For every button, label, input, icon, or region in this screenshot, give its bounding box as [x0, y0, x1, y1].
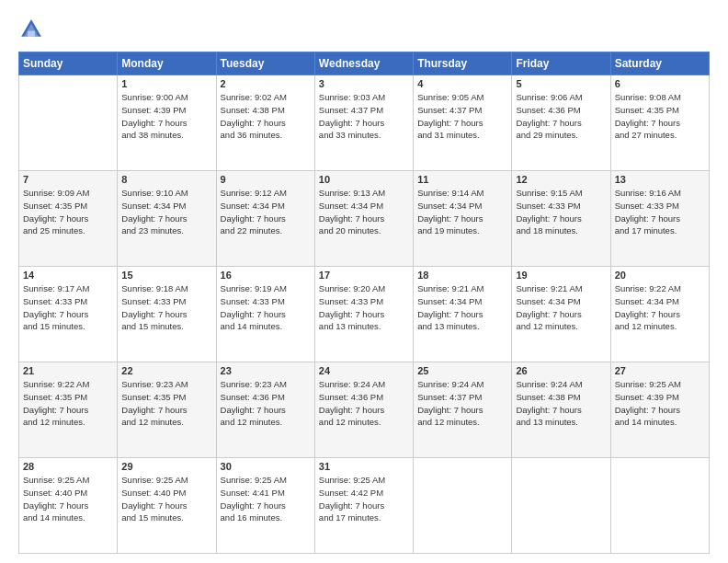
logo — [18, 17, 48, 42]
weekday-header-thursday: Thursday — [414, 52, 512, 75]
day-number: 2 — [221, 78, 311, 89]
calendar-week-4: 21Sunrise: 9:22 AM Sunset: 4:35 PM Dayli… — [19, 362, 710, 458]
day-number: 10 — [319, 174, 409, 185]
day-number: 17 — [319, 270, 409, 281]
day-info: Sunrise: 9:18 AM Sunset: 4:33 PM Dayligh… — [121, 282, 211, 333]
calendar-cell: 21Sunrise: 9:22 AM Sunset: 4:35 PM Dayli… — [19, 362, 118, 458]
day-info: Sunrise: 9:22 AM Sunset: 4:34 PM Dayligh… — [615, 282, 705, 333]
weekday-header-friday: Friday — [512, 52, 610, 75]
day-number: 24 — [319, 365, 409, 376]
calendar-week-3: 14Sunrise: 9:17 AM Sunset: 4:33 PM Dayli… — [19, 267, 710, 362]
day-number: 9 — [221, 174, 311, 185]
day-number: 5 — [516, 78, 606, 89]
calendar-cell — [512, 458, 610, 554]
day-number: 14 — [23, 270, 113, 281]
day-number: 26 — [516, 365, 606, 376]
calendar-table: SundayMondayTuesdayWednesdayThursdayFrid… — [18, 52, 710, 554]
day-number: 8 — [121, 174, 211, 185]
calendar-cell: 6Sunrise: 9:08 AM Sunset: 4:35 PM Daylig… — [610, 75, 709, 171]
calendar-cell — [414, 458, 512, 554]
day-number: 13 — [615, 174, 705, 185]
day-info: Sunrise: 9:17 AM Sunset: 4:33 PM Dayligh… — [23, 282, 113, 333]
calendar-cell: 17Sunrise: 9:20 AM Sunset: 4:33 PM Dayli… — [314, 267, 413, 362]
calendar-cell: 29Sunrise: 9:25 AM Sunset: 4:40 PM Dayli… — [118, 458, 216, 554]
weekday-header-row: SundayMondayTuesdayWednesdayThursdayFrid… — [19, 52, 710, 75]
day-number: 11 — [417, 174, 507, 185]
day-info: Sunrise: 9:25 AM Sunset: 4:40 PM Dayligh… — [23, 474, 113, 524]
day-info: Sunrise: 9:15 AM Sunset: 4:33 PM Dayligh… — [516, 187, 606, 237]
calendar-cell: 19Sunrise: 9:21 AM Sunset: 4:34 PM Dayli… — [512, 267, 610, 362]
calendar-cell: 15Sunrise: 9:18 AM Sunset: 4:33 PM Dayli… — [118, 267, 216, 362]
day-number: 4 — [417, 78, 507, 89]
day-info: Sunrise: 9:24 AM Sunset: 4:38 PM Dayligh… — [516, 378, 606, 429]
calendar-cell: 3Sunrise: 9:03 AM Sunset: 4:37 PM Daylig… — [314, 75, 413, 171]
day-info: Sunrise: 9:24 AM Sunset: 4:37 PM Dayligh… — [417, 378, 507, 429]
calendar-cell: 23Sunrise: 9:23 AM Sunset: 4:36 PM Dayli… — [216, 362, 314, 458]
day-info: Sunrise: 9:12 AM Sunset: 4:34 PM Dayligh… — [221, 187, 311, 237]
calendar-cell: 11Sunrise: 9:14 AM Sunset: 4:34 PM Dayli… — [414, 171, 512, 267]
calendar-cell: 25Sunrise: 9:24 AM Sunset: 4:37 PM Dayli… — [414, 362, 512, 458]
calendar-cell: 1Sunrise: 9:00 AM Sunset: 4:39 PM Daylig… — [118, 75, 216, 171]
day-number: 7 — [23, 174, 113, 185]
calendar-week-5: 28Sunrise: 9:25 AM Sunset: 4:40 PM Dayli… — [19, 458, 710, 554]
day-info: Sunrise: 9:09 AM Sunset: 4:35 PM Dayligh… — [23, 187, 113, 237]
day-number: 12 — [516, 174, 606, 185]
day-info: Sunrise: 9:08 AM Sunset: 4:35 PM Dayligh… — [615, 91, 705, 142]
day-info: Sunrise: 9:25 AM Sunset: 4:40 PM Dayligh… — [121, 474, 211, 524]
day-number: 31 — [319, 461, 409, 472]
day-number: 21 — [23, 365, 113, 376]
calendar-cell: 20Sunrise: 9:22 AM Sunset: 4:34 PM Dayli… — [610, 267, 709, 362]
day-number: 28 — [23, 461, 113, 472]
calendar-week-1: 1Sunrise: 9:00 AM Sunset: 4:39 PM Daylig… — [19, 75, 710, 171]
page: SundayMondayTuesdayWednesdayThursdayFrid… — [0, 0, 728, 563]
weekday-header-sunday: Sunday — [19, 52, 118, 75]
calendar-cell: 22Sunrise: 9:23 AM Sunset: 4:35 PM Dayli… — [118, 362, 216, 458]
day-number: 22 — [121, 365, 211, 376]
day-number: 23 — [221, 365, 311, 376]
calendar-cell: 31Sunrise: 9:25 AM Sunset: 4:42 PM Dayli… — [314, 458, 413, 554]
day-info: Sunrise: 9:10 AM Sunset: 4:34 PM Dayligh… — [121, 187, 211, 237]
day-info: Sunrise: 9:23 AM Sunset: 4:35 PM Dayligh… — [121, 378, 211, 429]
calendar-cell: 2Sunrise: 9:02 AM Sunset: 4:38 PM Daylig… — [216, 75, 314, 171]
day-info: Sunrise: 9:16 AM Sunset: 4:33 PM Dayligh… — [615, 187, 705, 237]
day-number: 30 — [221, 461, 311, 472]
calendar-week-2: 7Sunrise: 9:09 AM Sunset: 4:35 PM Daylig… — [19, 171, 710, 267]
calendar-cell — [19, 75, 118, 171]
logo-icon — [18, 17, 44, 42]
day-info: Sunrise: 9:22 AM Sunset: 4:35 PM Dayligh… — [23, 378, 113, 429]
day-number: 15 — [121, 270, 211, 281]
weekday-header-wednesday: Wednesday — [314, 52, 413, 75]
calendar-cell: 28Sunrise: 9:25 AM Sunset: 4:40 PM Dayli… — [19, 458, 118, 554]
calendar-cell: 18Sunrise: 9:21 AM Sunset: 4:34 PM Dayli… — [414, 267, 512, 362]
calendar-cell: 30Sunrise: 9:25 AM Sunset: 4:41 PM Dayli… — [216, 458, 314, 554]
day-number: 6 — [615, 78, 705, 89]
day-info: Sunrise: 9:05 AM Sunset: 4:37 PM Dayligh… — [417, 91, 507, 142]
svg-rect-2 — [28, 31, 35, 37]
calendar-cell: 13Sunrise: 9:16 AM Sunset: 4:33 PM Dayli… — [610, 171, 709, 267]
calendar-cell: 16Sunrise: 9:19 AM Sunset: 4:33 PM Dayli… — [216, 267, 314, 362]
calendar-cell: 26Sunrise: 9:24 AM Sunset: 4:38 PM Dayli… — [512, 362, 610, 458]
weekday-header-monday: Monday — [118, 52, 216, 75]
calendar-body: 1Sunrise: 9:00 AM Sunset: 4:39 PM Daylig… — [19, 75, 710, 554]
day-info: Sunrise: 9:03 AM Sunset: 4:37 PM Dayligh… — [319, 91, 409, 142]
calendar-cell: 10Sunrise: 9:13 AM Sunset: 4:34 PM Dayli… — [314, 171, 413, 267]
weekday-header-saturday: Saturday — [610, 52, 709, 75]
calendar-cell: 4Sunrise: 9:05 AM Sunset: 4:37 PM Daylig… — [414, 75, 512, 171]
day-info: Sunrise: 9:02 AM Sunset: 4:38 PM Dayligh… — [221, 91, 311, 142]
day-number: 29 — [121, 461, 211, 472]
day-info: Sunrise: 9:24 AM Sunset: 4:36 PM Dayligh… — [319, 378, 409, 429]
day-info: Sunrise: 9:25 AM Sunset: 4:41 PM Dayligh… — [221, 474, 311, 524]
day-info: Sunrise: 9:13 AM Sunset: 4:34 PM Dayligh… — [319, 187, 409, 237]
weekday-header-tuesday: Tuesday — [216, 52, 314, 75]
calendar-cell: 12Sunrise: 9:15 AM Sunset: 4:33 PM Dayli… — [512, 171, 610, 267]
day-number: 27 — [615, 365, 705, 376]
day-info: Sunrise: 9:19 AM Sunset: 4:33 PM Dayligh… — [221, 282, 311, 333]
day-number: 18 — [417, 270, 507, 281]
day-number: 25 — [417, 365, 507, 376]
calendar-cell: 7Sunrise: 9:09 AM Sunset: 4:35 PM Daylig… — [19, 171, 118, 267]
day-info: Sunrise: 9:20 AM Sunset: 4:33 PM Dayligh… — [319, 282, 409, 333]
day-number: 16 — [221, 270, 311, 281]
day-info: Sunrise: 9:00 AM Sunset: 4:39 PM Dayligh… — [121, 91, 211, 142]
day-info: Sunrise: 9:21 AM Sunset: 4:34 PM Dayligh… — [516, 282, 606, 333]
calendar-cell: 9Sunrise: 9:12 AM Sunset: 4:34 PM Daylig… — [216, 171, 314, 267]
